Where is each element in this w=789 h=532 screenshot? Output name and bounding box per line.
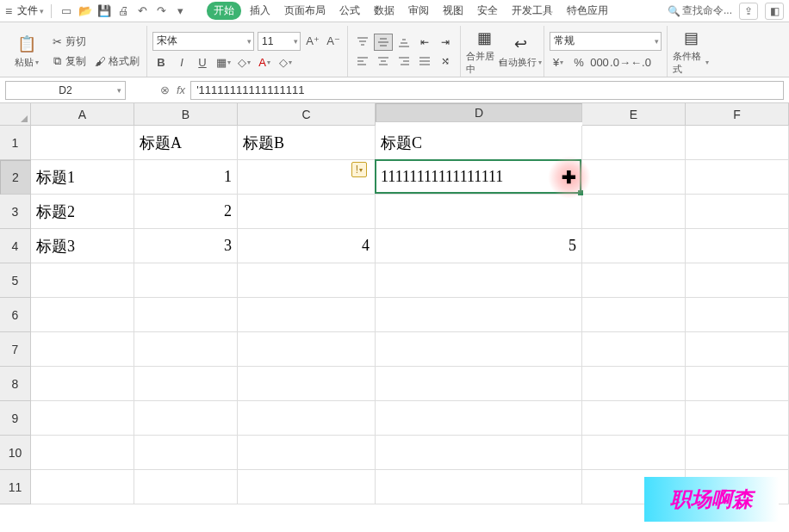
clear-format-button[interactable]: ◇: [276, 54, 294, 71]
row-header-6[interactable]: 6: [0, 298, 31, 332]
tab-security[interactable]: 安全: [472, 2, 503, 20]
copy-button[interactable]: ⧉复制: [48, 53, 88, 70]
increase-font-icon[interactable]: A⁺: [304, 33, 321, 50]
cell-A11[interactable]: [31, 470, 134, 504]
format-painter-button[interactable]: 🖌格式刷: [91, 53, 141, 70]
decrease-font-icon[interactable]: A⁻: [325, 33, 342, 50]
align-middle-button[interactable]: [374, 34, 393, 51]
col-header-B[interactable]: B: [134, 103, 238, 126]
cell-A3[interactable]: 标题2: [31, 195, 134, 229]
fx-cancel-icon[interactable]: ⊗: [160, 84, 170, 96]
cell-A5[interactable]: [31, 263, 134, 298]
cell-A9[interactable]: [31, 401, 134, 436]
number-format-select[interactable]: 常规▾: [550, 32, 662, 51]
col-header-E[interactable]: E: [582, 103, 686, 126]
cell-F5[interactable]: [686, 263, 789, 298]
cell-F8[interactable]: [686, 367, 789, 401]
tab-view[interactable]: 视图: [438, 2, 469, 20]
align-justify-button[interactable]: [415, 53, 434, 70]
cell-D9[interactable]: [376, 401, 582, 436]
row-header-2[interactable]: 2: [0, 160, 31, 195]
cell-D4[interactable]: 5: [376, 229, 582, 263]
tab-review[interactable]: 审阅: [403, 2, 434, 20]
save-icon[interactable]: 💾: [96, 3, 112, 19]
cell-E3[interactable]: [582, 195, 686, 229]
cell-B9[interactable]: [134, 401, 238, 436]
cell-E2[interactable]: [582, 160, 686, 195]
cell-E1[interactable]: [582, 126, 686, 160]
cell-D7[interactable]: [376, 332, 582, 367]
cell-A7[interactable]: [31, 332, 134, 367]
redo-icon[interactable]: ↷: [153, 3, 169, 19]
cell-F4[interactable]: [686, 229, 789, 263]
cell-C3[interactable]: [238, 195, 376, 229]
border-button[interactable]: ▦: [214, 54, 232, 71]
tab-formula[interactable]: 公式: [334, 2, 365, 20]
cell-D10[interactable]: [376, 436, 582, 470]
cell-C9[interactable]: [238, 401, 376, 436]
row-header-1[interactable]: 1: [0, 126, 31, 160]
font-color-button[interactable]: A: [256, 54, 273, 71]
col-header-A[interactable]: A: [31, 103, 134, 126]
cell-F6[interactable]: [686, 298, 789, 332]
print-icon[interactable]: 🖨: [115, 3, 131, 19]
row-header-7[interactable]: 7: [0, 332, 31, 367]
cell-D2[interactable]: 11111111111111111: [376, 160, 582, 195]
cell-C7[interactable]: [238, 332, 376, 367]
row-header-4[interactable]: 4: [0, 229, 31, 263]
paste-button[interactable]: 📋 粘贴: [9, 34, 45, 69]
dec-decimal-button[interactable]: ←.0: [632, 54, 649, 71]
hamburger-icon[interactable]: ≡: [5, 4, 12, 18]
cell-F1[interactable]: [686, 126, 789, 160]
cell-E4[interactable]: [582, 229, 686, 263]
cell-B4[interactable]: 3: [134, 229, 238, 263]
cell-E7[interactable]: [582, 332, 686, 367]
cut-button[interactable]: ✂剪切: [48, 34, 141, 50]
cell-C6[interactable]: [238, 298, 376, 332]
cell-B6[interactable]: [134, 298, 238, 332]
cell-F3[interactable]: [686, 195, 789, 229]
file-menu[interactable]: 文件: [17, 3, 44, 18]
bold-button[interactable]: B: [152, 54, 170, 71]
cell-C4[interactable]: 4: [238, 229, 376, 263]
font-size-select[interactable]: 11▾: [258, 32, 301, 51]
panel-icon[interactable]: ◧: [765, 3, 784, 20]
cell-A4[interactable]: 标题3: [31, 229, 134, 263]
cell-F7[interactable]: [686, 332, 789, 367]
select-all-corner[interactable]: [0, 103, 31, 126]
qat-more-icon[interactable]: ▾: [172, 3, 188, 19]
cond-format-button[interactable]: ▤ 条件格式: [673, 28, 709, 76]
cell-B3[interactable]: 2: [134, 195, 238, 229]
cell-C10[interactable]: [238, 436, 376, 470]
orientation-button[interactable]: ⤭: [436, 53, 455, 70]
percent-button[interactable]: %: [570, 54, 587, 71]
cell-B8[interactable]: [134, 367, 238, 401]
cell-A6[interactable]: [31, 298, 134, 332]
cell-B2[interactable]: 1: [134, 160, 238, 195]
tab-data[interactable]: 数据: [369, 2, 400, 20]
align-right-button[interactable]: [394, 53, 413, 70]
cell-F9[interactable]: [686, 401, 789, 436]
fx-icon[interactable]: fx: [177, 84, 185, 96]
fill-color-button[interactable]: ◇: [235, 54, 252, 71]
share-icon[interactable]: ⇪: [739, 3, 758, 20]
cell-B5[interactable]: [134, 263, 238, 298]
wrap-text-button[interactable]: ↩ 自动换行: [502, 26, 538, 77]
align-center-button[interactable]: [374, 53, 393, 70]
indent-inc-button[interactable]: ⇥: [436, 34, 455, 51]
tab-insert[interactable]: 插入: [245, 2, 276, 20]
italic-button[interactable]: I: [173, 54, 190, 71]
row-header-10[interactable]: 10: [0, 436, 31, 470]
font-name-select[interactable]: 宋体▾: [152, 32, 254, 51]
align-bottom-button[interactable]: [394, 34, 413, 51]
cell-A8[interactable]: [31, 367, 134, 401]
cell-C11[interactable]: [238, 470, 376, 504]
col-header-D[interactable]: D: [376, 103, 582, 122]
cell-B1[interactable]: 标题A: [134, 126, 238, 160]
cell-E10[interactable]: [582, 436, 686, 470]
indent-dec-button[interactable]: ⇤: [415, 34, 434, 51]
inc-decimal-button[interactable]: .0→: [612, 54, 629, 71]
command-search[interactable]: 🔍查找命令...: [668, 3, 732, 18]
formula-input[interactable]: '11111111111111111: [190, 81, 784, 100]
tab-page-layout[interactable]: 页面布局: [279, 2, 331, 20]
